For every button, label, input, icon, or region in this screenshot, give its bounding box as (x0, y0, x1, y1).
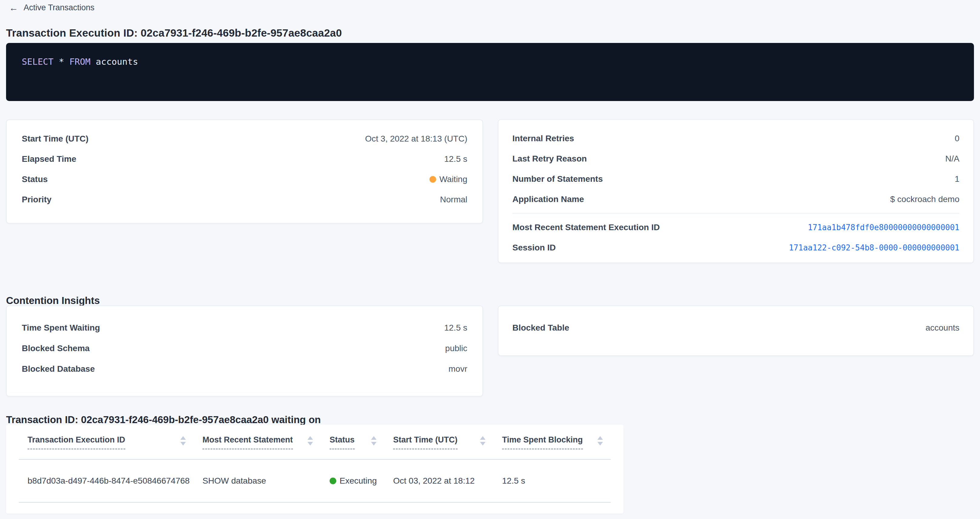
row-value: Oct 3, 2022 at 18:13 (UTC) (365, 134, 467, 144)
summary-row-internal-retries: Internal Retries 0 (512, 128, 959, 149)
summary-card-left: Start Time (UTC) Oct 3, 2022 at 18:13 (U… (6, 119, 483, 224)
row-value: 12.5 s (444, 154, 467, 164)
page-title: Transaction Execution ID: 02ca7931-f246-… (6, 27, 342, 39)
sort-icon (371, 436, 377, 446)
cell-most-recent-statement: SHOW database (194, 476, 321, 486)
table-row: b8d7d03a-d497-446b-8474-e50846674768 SHO… (19, 460, 611, 503)
status-text: Waiting (439, 175, 467, 184)
sort-icon (480, 436, 485, 446)
column-header-most-recent-statement[interactable]: Most Recent Statement (194, 435, 321, 459)
row-value: 1 (955, 174, 959, 184)
summary-row-statement-execution-id: Most Recent Statement Execution ID 171aa… (512, 217, 959, 237)
status-badge: Waiting (430, 175, 467, 184)
row-label: Most Recent Statement Execution ID (512, 222, 660, 232)
cell-transaction-execution-id: b8d7d03a-d497-446b-8474-e50846674768 (19, 476, 194, 486)
summary-row-status: Status Waiting (22, 169, 467, 189)
column-header-label: Time Spent Blocking (502, 435, 583, 449)
session-id-link[interactable]: 171aa122-c092-54b8-0000-000000000001 (789, 243, 959, 252)
row-value: $ cockroach demo (890, 194, 959, 204)
waiting-status-icon (430, 176, 436, 183)
row-label: Application Name (512, 194, 584, 204)
summary-row-priority: Priority Normal (22, 189, 467, 210)
sql-table-name: accounts (91, 57, 138, 67)
statement-execution-id-link[interactable]: 171aa1b478fdf0e80000000000000001 (808, 223, 959, 232)
sql-keyword-select: SELECT (22, 57, 54, 67)
row-value: 0 (955, 134, 959, 143)
row-label: Elapsed Time (22, 154, 76, 164)
summary-row-session-id: Session ID 171aa122-c092-54b8-0000-00000… (512, 237, 959, 258)
column-header-time-spent-blocking[interactable]: Time Spent Blocking (493, 435, 611, 459)
row-value: 12.5 s (444, 323, 467, 333)
row-value: Normal (440, 195, 467, 205)
row-value: accounts (926, 323, 959, 333)
row-label: Internal Retries (512, 134, 574, 143)
cell-start-time: Oct 03, 2022 at 18:12 (384, 476, 493, 486)
summary-row-start-time: Start Time (UTC) Oct 3, 2022 at 18:13 (U… (22, 129, 467, 149)
contention-card-right: Blocked Table accounts (498, 305, 974, 356)
sort-icon (307, 436, 313, 446)
column-header-label: Transaction Execution ID (27, 435, 125, 449)
contention-row-blocked-schema: Blocked Schema public (22, 338, 467, 359)
row-label: Priority (22, 195, 51, 205)
contention-insights-heading: Contention Insights (6, 295, 100, 306)
row-label: Start Time (UTC) (22, 134, 88, 144)
contention-row-blocked-table: Blocked Table accounts (512, 317, 959, 338)
row-label: Status (22, 175, 48, 184)
column-header-start-time[interactable]: Start Time (UTC) (384, 435, 493, 459)
summary-row-elapsed-time: Elapsed Time 12.5 s (22, 149, 467, 169)
card-divider (512, 213, 959, 214)
waiting-on-heading: Transaction ID: 02ca7931-f246-469b-b2fe-… (6, 414, 321, 425)
back-link-active-transactions[interactable]: ← Active Transactions (9, 3, 94, 13)
row-label: Session ID (512, 243, 556, 252)
summary-card-right: Internal Retries 0 Last Retry Reason N/A… (498, 119, 974, 263)
sql-statement-box: SELECT * FROM accounts (6, 43, 974, 101)
column-header-label: Start Time (UTC) (393, 435, 458, 449)
waiting-on-table-card: Transaction Execution ID Most Recent Sta… (6, 425, 624, 514)
status-text: Executing (340, 476, 377, 486)
table-header-row: Transaction Execution ID Most Recent Sta… (19, 425, 611, 460)
summary-row-application-name: Application Name $ cockroach demo (512, 189, 959, 209)
column-header-transaction-execution-id[interactable]: Transaction Execution ID (19, 435, 194, 459)
sort-icon (597, 436, 603, 446)
row-label: Last Retry Reason (512, 154, 587, 163)
column-header-status[interactable]: Status (321, 435, 384, 459)
cell-status: Executing (321, 476, 384, 486)
back-arrow-icon: ← (9, 3, 18, 13)
row-value: public (445, 344, 467, 353)
row-label: Blocked Database (22, 364, 95, 374)
row-label: Blocked Schema (22, 344, 89, 353)
row-label: Blocked Table (512, 323, 569, 333)
executing-status-icon (329, 478, 336, 484)
contention-row-blocked-database: Blocked Database movr (22, 359, 467, 379)
row-label: Time Spent Waiting (22, 323, 100, 333)
row-label: Number of Statements (512, 174, 603, 184)
sql-keyword-from: FROM (69, 57, 91, 67)
column-header-label: Status (329, 435, 355, 449)
row-value: N/A (945, 154, 959, 163)
contention-row-time-spent-waiting: Time Spent Waiting 12.5 s (22, 317, 467, 338)
sql-star: * (54, 57, 69, 67)
row-value: movr (449, 364, 467, 374)
column-header-label: Most Recent Statement (202, 435, 293, 449)
contention-card-left: Time Spent Waiting 12.5 s Blocked Schema… (6, 305, 483, 397)
cell-time-spent-blocking: 12.5 s (493, 476, 611, 486)
sort-icon (180, 436, 186, 446)
back-link-label: Active Transactions (24, 3, 94, 13)
summary-row-number-of-statements: Number of Statements 1 (512, 169, 959, 189)
summary-row-last-retry-reason: Last Retry Reason N/A (512, 149, 959, 169)
